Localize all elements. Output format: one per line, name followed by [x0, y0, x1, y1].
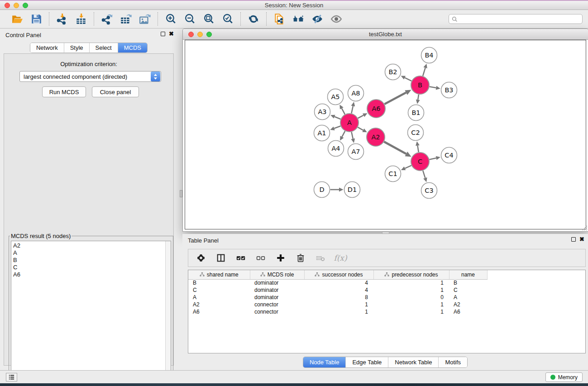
table-row[interactable]: A6connector11A6	[188, 308, 585, 315]
criterion-dropdown[interactable]: largest connected component (directed)	[19, 71, 161, 82]
run-mcds-button[interactable]: Run MCDS	[42, 86, 86, 97]
float-table-panel-icon[interactable]	[571, 237, 576, 242]
window-resize-grip[interactable]	[582, 225, 588, 231]
zoom-window-button[interactable]	[23, 3, 28, 8]
show-all-icon[interactable]	[330, 13, 343, 25]
graph-edge-C-C4[interactable]	[430, 158, 436, 159]
dropdown-stepper-icon	[151, 71, 160, 81]
table-cell: 1	[304, 301, 373, 308]
graph-edge-A-A5[interactable]	[342, 108, 345, 114]
table-row[interactable]: Adominator80A	[188, 294, 585, 301]
close-panel-button[interactable]: Close panel	[92, 86, 139, 97]
table-tab-node-table[interactable]: Node Table	[303, 357, 346, 367]
show-columns-icon[interactable]	[215, 253, 226, 263]
clone-network-icon[interactable]	[273, 13, 286, 25]
mcds-result-item[interactable]: A2	[13, 242, 169, 249]
column-header[interactable]: name	[449, 270, 487, 279]
hide-selected-icon[interactable]	[311, 13, 324, 25]
optimization-criterion-label: Optimization criterion:	[4, 61, 173, 67]
minimize-window-button[interactable]	[14, 3, 19, 8]
search-icon	[452, 16, 458, 22]
search-input[interactable]	[459, 16, 579, 22]
mcds-result-item[interactable]: C	[13, 264, 169, 271]
network-window-titlebar[interactable]: testGlobe.txt	[183, 29, 588, 40]
graph-edge-B-B1[interactable]	[418, 95, 419, 100]
table-tab-motifs[interactable]: Motifs	[439, 357, 467, 367]
table-settings-icon[interactable]	[196, 253, 206, 263]
search-box[interactable]	[449, 14, 583, 24]
zoom-network-window-button[interactable]	[206, 32, 212, 37]
select-all-checkboxes-icon[interactable]	[235, 253, 246, 263]
graph-edge-A-A4[interactable]	[342, 131, 345, 137]
tab-select[interactable]: Select	[90, 43, 118, 52]
graph-edge-A-A3[interactable]	[335, 117, 341, 119]
main-toolbar	[0, 10, 588, 29]
close-panel-icon[interactable]: ✖	[169, 32, 174, 36]
refresh-icon[interactable]	[247, 13, 260, 25]
graph-edge-C-C3[interactable]	[423, 171, 425, 178]
task-history-button[interactable]	[6, 373, 17, 381]
network-window-title: testGlobe.txt	[183, 29, 588, 39]
tab-mcds[interactable]: MCDS	[118, 43, 147, 52]
graph-edge-A-A1[interactable]	[334, 126, 340, 128]
float-panel-icon[interactable]	[161, 32, 165, 36]
table-row[interactable]: Bdominator41B	[188, 279, 585, 286]
mcds-result-item[interactable]: A	[13, 249, 169, 257]
mcds-result-item[interactable]: A6	[13, 271, 169, 278]
table-row[interactable]: A2connector11A2	[188, 301, 585, 308]
first-neighbors-icon[interactable]	[292, 13, 305, 25]
import-network-icon[interactable]	[56, 13, 68, 25]
function-builder-icon[interactable]: f(x)	[335, 253, 346, 263]
table-row[interactable]: Cdominator41C	[188, 286, 585, 294]
graph-edge-C-C1[interactable]	[405, 166, 411, 168]
graph-edge-A-A6[interactable]	[358, 115, 364, 119]
graph-edge-A6-B[interactable]	[385, 93, 406, 105]
listbox-scrollbar[interactable]	[165, 241, 171, 386]
close-network-window-button[interactable]	[188, 32, 194, 37]
column-header[interactable]: MCDS role	[250, 270, 304, 279]
export-network-icon[interactable]	[100, 13, 113, 25]
graph-node-label: C	[418, 158, 422, 165]
close-table-panel-icon[interactable]: ✖	[579, 237, 584, 242]
table-tab-edge-table[interactable]: Edge Table	[346, 357, 388, 367]
network-canvas[interactable]: AA1A2A3A4A5A6A7A8BB1B2B3B4CC1C2C3C4DD1	[185, 40, 586, 229]
graph-edge-A-A8[interactable]	[351, 106, 353, 113]
zoom-out-icon[interactable]	[183, 13, 196, 25]
column-header[interactable]: predecessor nodes	[373, 270, 449, 279]
minimize-network-window-button[interactable]	[197, 32, 203, 37]
tab-style[interactable]: Style	[64, 43, 90, 52]
graph-edge-A-A2[interactable]	[358, 127, 363, 130]
graph-edge-B-B3[interactable]	[430, 87, 436, 88]
export-image-icon[interactable]	[139, 13, 151, 25]
deselect-all-checkboxes-icon[interactable]	[255, 253, 266, 263]
graph-edge-A2-C[interactable]	[384, 142, 406, 154]
zoom-fit-icon[interactable]	[202, 13, 215, 25]
export-table-icon[interactable]	[120, 13, 132, 25]
column-header[interactable]: shared name	[188, 270, 250, 279]
zoom-selected-icon[interactable]	[221, 13, 234, 25]
graph-edge-B-B2[interactable]	[405, 78, 411, 81]
table-cell: A6	[188, 308, 250, 315]
zoom-in-icon[interactable]	[164, 13, 177, 25]
open-file-icon[interactable]	[11, 13, 24, 25]
mcds-result-listbox[interactable]: A2ABCA6	[11, 241, 171, 386]
import-table-icon[interactable]	[75, 13, 87, 25]
graph-edge-A-A7[interactable]	[351, 132, 353, 139]
memory-button[interactable]: Memory	[545, 372, 583, 382]
column-header[interactable]: successor nodes	[304, 270, 373, 279]
tab-network[interactable]: Network	[30, 43, 64, 52]
table-panel-header: Table Panel ✖	[182, 234, 588, 246]
mcds-result-item[interactable]: B	[13, 257, 169, 264]
node-table[interactable]: shared nameMCDS rolesuccessor nodesprede…	[188, 270, 586, 353]
delete-column-icon[interactable]	[315, 253, 326, 263]
graph-edge-arrowhead	[436, 86, 440, 90]
table-cell: 1	[304, 308, 373, 315]
close-window-button[interactable]	[5, 3, 10, 8]
delete-row-icon[interactable]	[295, 253, 306, 263]
graph-edge-arrowhead	[416, 100, 420, 104]
table-tab-network-table[interactable]: Network Table	[388, 357, 439, 367]
graph-edge-B-B4[interactable]	[423, 68, 425, 76]
add-row-icon[interactable]	[275, 253, 286, 263]
save-session-icon[interactable]	[30, 13, 43, 25]
graph-edge-C-C2[interactable]	[417, 146, 418, 152]
